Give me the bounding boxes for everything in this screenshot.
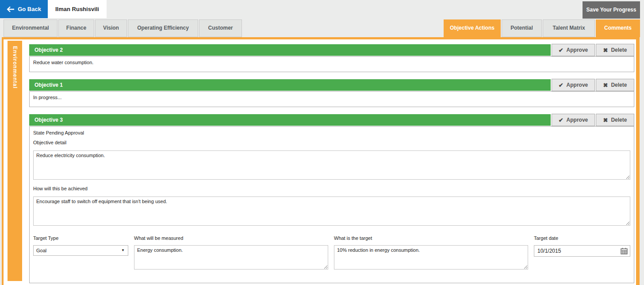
approve-label: Approve	[567, 82, 588, 88]
objective-card: Objective 1 ✔ Approve ✖ Delete In progre…	[29, 79, 634, 107]
tab-operating-efficiency[interactable]: Operating Efficiency	[128, 19, 198, 37]
target-fields-row: Target Type Goal ▼ What will be measured…	[33, 235, 630, 270]
objective-card-expanded: Objective 3 ✔ Approve ✖ Delete State Pen…	[29, 114, 634, 283]
tab-talent-matrix[interactable]: Talent Matrix	[543, 19, 595, 37]
target-date-field: Target date	[534, 235, 630, 270]
approve-button[interactable]: ✔ Approve	[552, 44, 595, 56]
objective-header: Objective 2 ✔ Approve ✖ Delete	[29, 44, 634, 56]
measured-label: What will be measured	[134, 235, 328, 241]
checkmark-icon: ✔	[559, 47, 564, 54]
target-type-label: Target Type	[33, 235, 128, 241]
measured-field: What will be measured Energy consumption…	[134, 235, 328, 270]
x-icon: ✖	[603, 82, 608, 89]
save-progress-button[interactable]: Save Your Progress	[583, 1, 640, 19]
objective-title: Objective 3	[29, 114, 551, 126]
objective-summary[interactable]: In progress...	[29, 91, 634, 107]
checkmark-icon: ✔	[559, 117, 564, 123]
target-field: What is the target 10% reduction in ener…	[334, 235, 528, 270]
target-type-field: Target Type Goal ▼	[33, 235, 128, 270]
target-type-select[interactable]: Goal	[33, 245, 128, 256]
tab-potential[interactable]: Potential	[502, 19, 542, 37]
go-back-button[interactable]: Go Back	[0, 0, 48, 18]
delete-label: Delete	[611, 47, 627, 53]
objective-detail-form: State Pending Approval Objective detail …	[29, 126, 634, 283]
x-icon: ✖	[603, 47, 608, 54]
objective-title: Objective 1	[29, 79, 551, 91]
state-label: State Pending Approval	[33, 130, 630, 135]
delete-label: Delete	[611, 82, 627, 88]
tab-vision[interactable]: Vision	[95, 19, 127, 37]
approve-label: Approve	[567, 47, 588, 53]
how-achieved-input[interactable]: Encourage staff to switch off equipment …	[33, 196, 630, 226]
objective-header: Objective 1 ✔ Approve ✖ Delete	[29, 79, 634, 91]
objective-title: Objective 2	[29, 44, 551, 56]
tab-environmental[interactable]: Environmental	[4, 19, 58, 37]
tab-comments[interactable]: Comments	[596, 19, 640, 37]
objective-summary[interactable]: Reduce water consumption.	[29, 56, 634, 72]
back-arrow-icon	[7, 6, 14, 12]
go-back-label: Go Back	[18, 6, 41, 12]
calendar-icon[interactable]	[621, 247, 628, 254]
employee-name: Ilman Rushisvili	[55, 6, 99, 12]
sidebar-tab-label: Environmental	[12, 46, 18, 281]
objective-detail-label: Objective detail	[33, 140, 630, 145]
section-tabs: Objective Actions Potential Talent Matri…	[444, 19, 640, 37]
target-input[interactable]: 10% reduction in energy consumption.	[334, 245, 528, 270]
measured-input[interactable]: Energy consumption.	[134, 245, 328, 270]
delete-label: Delete	[611, 117, 627, 123]
tab-customer[interactable]: Customer	[199, 19, 242, 37]
employee-name-tab[interactable]: Ilman Rushisvili	[48, 0, 107, 18]
delete-button[interactable]: ✖ Delete	[596, 44, 634, 56]
approve-button[interactable]: ✔ Approve	[552, 114, 595, 126]
approve-label: Approve	[567, 117, 588, 123]
objective-detail-input[interactable]: Reduce electricity consumption.	[33, 150, 630, 180]
page: { "header": { "go_back_label": "Go Back"…	[0, 0, 644, 285]
tab-finance[interactable]: Finance	[58, 19, 94, 37]
objective-card: Objective 2 ✔ Approve ✖ Delete Reduce wa…	[29, 44, 634, 72]
checkmark-icon: ✔	[559, 82, 564, 89]
target-label: What is the target	[334, 235, 528, 241]
approve-button[interactable]: ✔ Approve	[552, 79, 595, 91]
objective-header: Objective 3 ✔ Approve ✖ Delete	[29, 114, 634, 126]
sidebar-tab-environmental[interactable]: Environmental	[8, 41, 22, 281]
delete-button[interactable]: ✖ Delete	[596, 79, 634, 91]
category-tabs: Environmental Finance Vision Operating E…	[4, 19, 242, 37]
x-icon: ✖	[603, 117, 608, 123]
how-achieved-label: How will this be achieved	[33, 186, 630, 191]
delete-button[interactable]: ✖ Delete	[596, 114, 634, 126]
tab-objective-actions[interactable]: Objective Actions	[444, 19, 501, 37]
target-date-label: Target date	[534, 235, 630, 241]
content-frame: Environmental Objective 2 ✔ Approve ✖ De…	[2, 37, 640, 285]
objectives-panel: Objective 2 ✔ Approve ✖ Delete Reduce wa…	[29, 44, 634, 285]
target-date-input[interactable]	[534, 245, 630, 257]
